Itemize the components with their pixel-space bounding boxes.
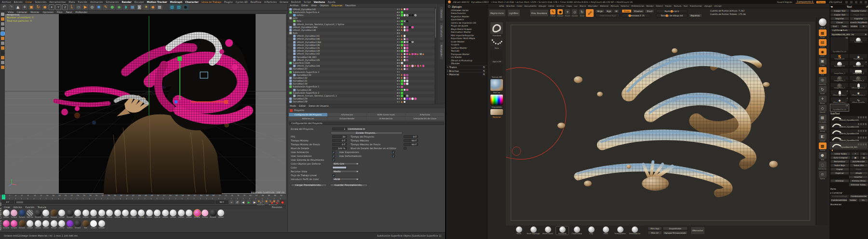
scroll-button[interactable]: ↻Scroll xyxy=(818,86,827,95)
visibility-dots[interactable] xyxy=(397,98,400,99)
visibility-dots[interactable] xyxy=(397,77,400,79)
tool-button-exportar[interactable]: Exportar xyxy=(850,17,868,20)
c4d-viewport[interactable]: Perspectiva Number of emitters: 0 Total … xyxy=(5,14,286,194)
visibility-dots[interactable] xyxy=(397,74,400,76)
current-texture-thumb[interactable]: Texture Off xyxy=(490,64,503,78)
mat-menu-crear[interactable]: Crear xyxy=(4,206,10,209)
key-icon-2[interactable]: ▣ xyxy=(265,199,268,203)
visibility-dots[interactable] xyxy=(397,50,400,52)
paint-icon[interactable] xyxy=(860,123,862,125)
tool-button-copiar-tool[interactable]: Copiar Tool xyxy=(830,13,849,16)
tree-row-dynawax128-31[interactable]: DynaWax128▲ xyxy=(288,100,434,103)
material-umesh-0-7[interactable]: UMesh xyxy=(58,210,66,220)
frame-button[interactable]: ▦Encuadre xyxy=(818,114,827,123)
tab-octane-render[interactable]: Octane Render xyxy=(328,117,366,120)
material-umesh-0-13[interactable]: UMesh xyxy=(106,210,113,220)
checkbox-usar-deformadores[interactable]: ✓ xyxy=(392,155,395,157)
visibility-dots[interactable] xyxy=(397,84,400,85)
viewport-menu-panel[interactable]: Panel xyxy=(66,11,72,14)
transport-4[interactable]: ▶ xyxy=(252,200,257,204)
tag-k[interactable] xyxy=(404,95,406,97)
tag-o[interactable]: ▲ xyxy=(401,74,403,76)
zb-menu-zplugin[interactable]: Zplugin xyxy=(705,5,712,7)
tab-interpolaci-n-de-clave[interactable]: Interpolación de Clave xyxy=(406,117,444,120)
visibility-dots[interactable] xyxy=(397,27,400,28)
side-tab-estructura[interactable]: Estructura xyxy=(440,23,443,40)
window-icon-2[interactable] xyxy=(855,1,857,3)
subtool-button-combinavisible[interactable]: CombinaVisible xyxy=(830,198,848,202)
tab-hdri-scene-hook[interactable]: HDRI Scene Hook xyxy=(367,113,406,116)
visibility-dots[interactable] xyxy=(397,39,400,40)
color-mode-rgb[interactable]: Rgb xyxy=(605,9,613,13)
tag-g[interactable] xyxy=(401,50,403,52)
tag-p[interactable] xyxy=(406,89,408,91)
menu-motion-tracker[interactable]: Motion Tracker xyxy=(147,0,167,3)
tag-list[interactable]: ▲ xyxy=(401,98,434,100)
local-button[interactable]: ◉Local xyxy=(818,48,827,57)
tag-list[interactable] xyxy=(401,62,434,64)
menu-ventana[interactable]: Ventana xyxy=(314,0,325,3)
input-tiempo-m-nimo-de-previo[interactable]: 0 F xyxy=(332,143,347,146)
tag-list[interactable]: ▲ xyxy=(401,8,434,11)
tag-o[interactable]: ▲ xyxy=(401,98,403,100)
tag-o[interactable]: ▲ xyxy=(420,65,422,67)
tool-button-importar[interactable]: Importar xyxy=(830,17,849,20)
visibility-dots[interactable] xyxy=(397,47,400,49)
tag-list[interactable] xyxy=(401,14,434,16)
material-umesh-1-3[interactable]: UMesh xyxy=(27,220,34,231)
visibility-dots[interactable] xyxy=(397,36,400,37)
tag-o[interactable]: ▲ xyxy=(401,38,403,41)
titlebar-guard-r-pido[interactable]: Guard Rápido xyxy=(776,1,793,3)
tag-p[interactable] xyxy=(404,44,406,46)
axis-z-lock[interactable]: Z xyxy=(62,4,68,10)
tag-p[interactable] xyxy=(411,53,414,56)
input-tiempo-del-proyecto[interactable]: 0 F xyxy=(404,135,418,138)
tag-list[interactable]: ▲ xyxy=(401,74,434,76)
zb-menu-alfas[interactable]: Alfas xyxy=(499,5,504,7)
brush-preset-claybuildup[interactable]: ClayBuildup xyxy=(570,226,583,235)
dynamics-icon[interactable]: ◉ xyxy=(116,4,122,10)
dropdown-introducir-perfil-de-color[interactable]: sRGB▾ xyxy=(332,178,359,181)
tag-h[interactable] xyxy=(414,14,417,16)
section-parte[interactable]: Parte xyxy=(830,187,868,190)
visibility-dots[interactable] xyxy=(397,80,400,82)
visibility-dots[interactable] xyxy=(397,42,400,43)
material-umesh-0-20[interactable]: UMesh xyxy=(162,210,169,220)
tab-x-particles[interactable]: X-Particles xyxy=(406,113,444,116)
paint-icon[interactable] xyxy=(860,143,862,145)
tag-p[interactable] xyxy=(404,74,406,76)
visibility-dots[interactable] xyxy=(397,69,400,70)
y-axis-handle[interactable] xyxy=(177,56,182,61)
zb-menu-material[interactable]: Material xyxy=(600,5,608,7)
side-tab-objetos[interactable]: Objetos xyxy=(440,7,443,21)
inventory-item-umesh-female-1-14[interactable]: ★2UMesh_Female_1 xyxy=(830,97,849,104)
visibility-dots[interactable] xyxy=(397,86,400,88)
visibility-dots[interactable] xyxy=(397,59,400,61)
tag-o[interactable]: ▲ xyxy=(401,53,403,56)
zb-menu-color[interactable]: Color xyxy=(517,5,522,7)
tag-m[interactable] xyxy=(406,68,408,70)
color-swatch[interactable] xyxy=(332,166,347,169)
tool-button-visible[interactable]: Visible xyxy=(850,25,859,28)
tag-list[interactable] xyxy=(401,41,434,43)
brush-preset-inflat[interactable]: Inflat xyxy=(599,226,612,235)
subtool-button-item[interactable]: ▣ xyxy=(851,156,859,159)
rgb-intensity-slider[interactable]: Intensidad Rgb xyxy=(595,14,620,17)
tag-list[interactable]: ▲ xyxy=(401,35,434,37)
material-umesh-0-16[interactable]: UMesh xyxy=(130,210,137,220)
inventory-item-imageplane-2-7[interactable]: ImagePlane_2 xyxy=(849,68,868,75)
material-octane-0-25[interactable]: Octane xyxy=(202,210,209,220)
menu-realflow[interactable]: RealFlow xyxy=(251,0,261,3)
tag-p[interactable] xyxy=(406,47,408,49)
am-menu-modo[interactable]: Modo xyxy=(290,105,296,107)
menu-script[interactable]: Script xyxy=(304,0,311,3)
tag-list[interactable]: ▲ xyxy=(401,68,434,70)
tag-g[interactable] xyxy=(401,41,403,43)
lightbox-tools-bar[interactable]: Lightbox▶Tools xyxy=(830,28,868,32)
mask-icon[interactable] xyxy=(863,137,865,139)
tab-al-renderizar[interactable]: Al Renderizar xyxy=(367,117,406,120)
mat-menu-right[interactable]: Previsión xyxy=(271,206,282,209)
mask-icon[interactable] xyxy=(863,130,865,132)
tag-w[interactable] xyxy=(404,29,406,31)
visibility-dots[interactable] xyxy=(397,14,400,16)
